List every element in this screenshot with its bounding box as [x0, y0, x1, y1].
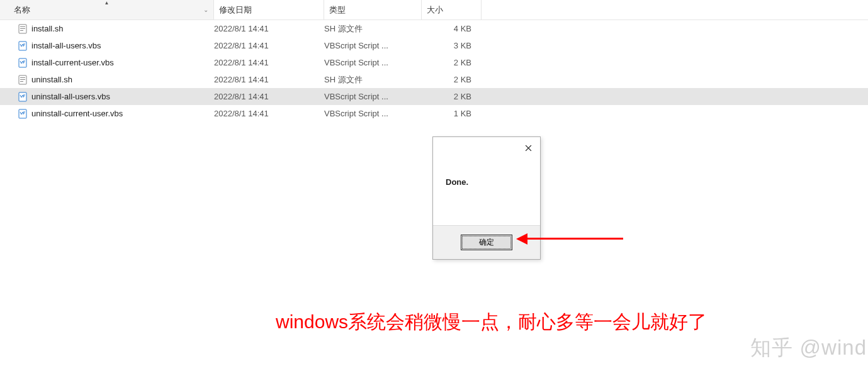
file-size: 3 KB	[422, 41, 482, 50]
sort-ascending-icon: ▲	[104, 0, 110, 6]
file-row[interactable]: install.sh2022/8/1 14:41SH 源文件4 KB	[0, 20, 868, 37]
file-type: VBScript Script ...	[324, 58, 422, 67]
file-vbs-icon	[18, 92, 28, 102]
svg-rect-11	[19, 109, 26, 118]
file-size: 4 KB	[422, 24, 482, 33]
column-header-date[interactable]: 修改日期	[214, 0, 324, 19]
file-size: 2 KB	[422, 58, 482, 67]
file-type: VBScript Script ...	[324, 41, 422, 50]
svg-rect-3	[20, 30, 23, 31]
file-sh-icon	[18, 24, 28, 34]
column-header-type[interactable]: 类型	[324, 0, 422, 19]
file-name: install-current-user.vbs	[31, 58, 114, 67]
file-sh-icon	[18, 75, 28, 85]
file-date: 2022/8/1 14:41	[214, 41, 324, 50]
file-name: uninstall-all-users.vbs	[31, 92, 110, 101]
file-row[interactable]: uninstall-current-user.vbs2022/8/1 14:41…	[0, 105, 868, 122]
file-vbs-icon	[18, 41, 28, 51]
file-explorer: ▲ 名称 ⌄ 修改日期 类型 大小 install.sh2022/8/1 14:…	[0, 0, 868, 122]
file-list: install.sh2022/8/1 14:41SH 源文件4 KBinstal…	[0, 20, 868, 122]
svg-rect-2	[20, 28, 25, 29]
svg-rect-8	[20, 79, 25, 80]
file-row[interactable]: uninstall-all-users.vbs2022/8/1 14:41VBS…	[0, 88, 868, 105]
dialog-titlebar	[433, 137, 540, 158]
file-size: 2 KB	[422, 75, 482, 84]
file-name: install-all-users.vbs	[31, 41, 101, 50]
file-date: 2022/8/1 14:41	[214, 58, 324, 67]
watermark: 知乎 @wind	[750, 334, 867, 362]
column-header-type-label: 类型	[329, 4, 346, 16]
svg-rect-4	[19, 42, 26, 50]
file-name: uninstall-current-user.vbs	[31, 109, 123, 118]
svg-rect-9	[20, 81, 23, 82]
svg-rect-5	[19, 58, 26, 67]
file-type: SH 源文件	[324, 74, 422, 86]
file-date: 2022/8/1 14:41	[214, 92, 324, 101]
file-type: VBScript Script ...	[324, 109, 422, 118]
column-header-row: ▲ 名称 ⌄ 修改日期 类型 大小	[0, 0, 868, 20]
svg-rect-7	[20, 77, 25, 78]
svg-rect-1	[20, 26, 25, 27]
file-date: 2022/8/1 14:41	[214, 24, 324, 33]
annotation-text: windows系统会稍微慢一点，耐心多等一会儿就好了	[276, 309, 707, 335]
close-icon[interactable]	[522, 141, 534, 154]
file-type: VBScript Script ...	[324, 92, 422, 101]
svg-rect-10	[19, 92, 26, 101]
file-name: install.sh	[31, 24, 64, 33]
column-header-size-label: 大小	[427, 4, 443, 16]
file-size: 2 KB	[422, 92, 482, 101]
file-size: 1 KB	[422, 109, 482, 118]
message-dialog: Done. 确定	[432, 136, 541, 260]
file-date: 2022/8/1 14:41	[214, 109, 324, 118]
dialog-message: Done.	[433, 158, 540, 225]
file-row[interactable]: install-all-users.vbs2022/8/1 14:41VBScr…	[0, 37, 868, 54]
dialog-footer: 确定	[433, 225, 540, 259]
ok-button[interactable]: 确定	[461, 235, 512, 250]
column-header-name[interactable]: ▲ 名称 ⌄	[0, 0, 214, 19]
file-vbs-icon	[18, 58, 28, 68]
file-row[interactable]: uninstall.sh2022/8/1 14:41SH 源文件2 KB	[0, 71, 868, 88]
chevron-down-icon[interactable]: ⌄	[200, 6, 208, 13]
column-header-name-label: 名称	[14, 4, 30, 16]
file-type: SH 源文件	[324, 23, 422, 35]
file-row[interactable]: install-current-user.vbs2022/8/1 14:41VB…	[0, 54, 868, 71]
file-name: uninstall.sh	[31, 75, 72, 84]
column-header-date-label: 修改日期	[219, 4, 252, 16]
column-header-size[interactable]: 大小	[422, 0, 482, 19]
file-date: 2022/8/1 14:41	[214, 75, 324, 84]
file-vbs-icon	[18, 109, 28, 119]
